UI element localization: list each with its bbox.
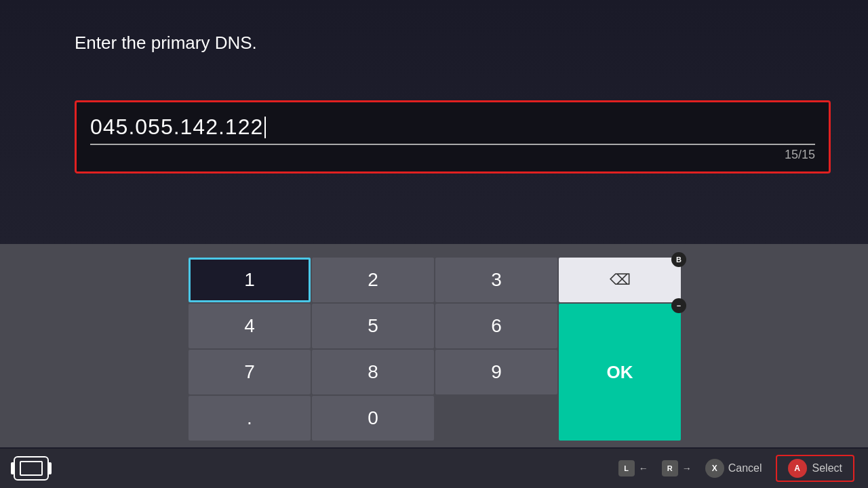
right-arrow-icon: →: [682, 463, 692, 474]
l-left-control: L ←: [618, 460, 648, 476]
prompt-text: Enter the primary DNS.: [75, 33, 257, 54]
x-cancel-control[interactable]: X Cancel: [705, 459, 762, 478]
bottom-controls: L ← R → X Cancel A Select: [618, 455, 854, 482]
switch-left-joycon: [11, 462, 14, 474]
l-button: L: [618, 460, 635, 476]
ok-key[interactable]: OK −: [559, 304, 681, 441]
empty-cell: [435, 396, 557, 441]
dns-input-container[interactable]: 045.055.142.122 15/15: [75, 100, 831, 174]
r-button: R: [662, 460, 678, 476]
key-5[interactable]: 5: [312, 304, 434, 348]
cancel-label: Cancel: [728, 462, 762, 474]
key-6[interactable]: 6: [435, 304, 557, 348]
key-8[interactable]: 8: [312, 350, 434, 394]
bottom-bar: L ← R → X Cancel A Select: [0, 449, 868, 488]
key-4[interactable]: 4: [189, 304, 311, 348]
key-3[interactable]: 3: [435, 258, 557, 302]
a-button: A: [788, 459, 807, 478]
switch-right-joycon: [48, 462, 52, 474]
input-value-display: 045.055.142.122: [90, 115, 815, 145]
numpad: 1 2 3 ⌫ B 4 5 6 OK − 7 8: [189, 258, 679, 441]
key-2[interactable]: 2: [312, 258, 434, 302]
key-1[interactable]: 1: [189, 258, 311, 302]
text-cursor: [264, 117, 266, 138]
switch-console-icon: [14, 456, 49, 481]
key-dot[interactable]: .: [189, 396, 311, 441]
char-count: 15/15: [785, 148, 815, 162]
top-area: Enter the primary DNS. 045.055.142.122 1…: [0, 0, 868, 244]
backspace-key[interactable]: ⌫ B: [559, 258, 681, 302]
b-badge: B: [671, 252, 686, 267]
backspace-icon: ⌫: [610, 271, 631, 289]
minus-badge: −: [671, 298, 686, 313]
switch-screen: [20, 461, 43, 476]
input-text: 045.055.142.122: [90, 115, 263, 140]
r-right-control: R →: [662, 460, 692, 476]
x-button: X: [705, 459, 724, 478]
select-label: Select: [812, 462, 842, 474]
keyboard-area: 1 2 3 ⌫ B 4 5 6 OK − 7 8: [0, 244, 868, 447]
key-9[interactable]: 9: [435, 350, 557, 394]
left-arrow-icon: ←: [639, 463, 648, 474]
key-7[interactable]: 7: [189, 350, 311, 394]
a-select-control[interactable]: A Select: [776, 455, 854, 482]
key-0[interactable]: 0: [312, 396, 434, 441]
